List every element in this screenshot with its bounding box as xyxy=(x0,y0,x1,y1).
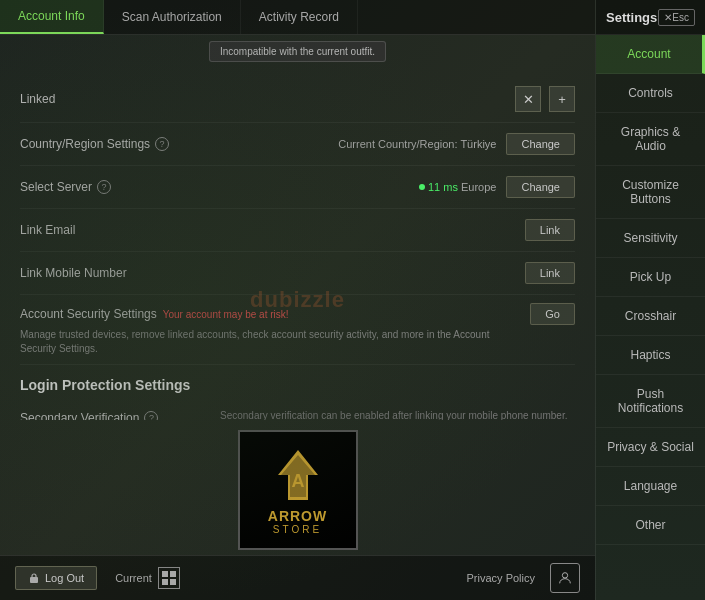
country-value: Current Country/Region: Türkiye Change xyxy=(220,133,575,155)
server-row: Select Server ? 11 ms Europe Change xyxy=(20,166,575,209)
server-value: 11 ms Europe Change xyxy=(220,176,575,198)
sidebar-item-pickup[interactable]: Pick Up xyxy=(596,258,705,297)
arrow-text-sub: STORE xyxy=(268,524,327,535)
sidebar-header: Settings ✕Esc xyxy=(596,0,705,35)
sidebar-item-push-notifications[interactable]: Push Notifications xyxy=(596,375,705,428)
security-go-btn[interactable]: Go xyxy=(530,303,575,325)
linked-label: Linked xyxy=(20,92,220,106)
country-label: Country/Region Settings ? xyxy=(20,137,220,151)
secondary-help-icon[interactable]: ? xyxy=(144,411,158,420)
arrow-store-text: Arrow STORE xyxy=(268,508,327,535)
email-value: Link xyxy=(220,219,575,241)
current-text: Current xyxy=(115,567,180,589)
linked-value: ✕ + xyxy=(220,86,575,112)
mobile-value: Link xyxy=(220,262,575,284)
arrow-store-logo: A Arrow STORE xyxy=(238,430,358,550)
privacy-policy-link[interactable]: Privacy Policy xyxy=(467,572,535,584)
svg-rect-3 xyxy=(30,577,38,583)
sidebar-title: Settings xyxy=(606,10,657,25)
country-row: Country/Region Settings ? Current Countr… xyxy=(20,123,575,166)
arrow-icon: A xyxy=(268,445,328,505)
country-change-btn[interactable]: Change xyxy=(506,133,575,155)
tab-scan-auth[interactable]: Scan Authorization xyxy=(104,0,241,34)
footer-right: Privacy Policy xyxy=(467,563,580,593)
sidebar-item-graphics[interactable]: Graphics & Audio xyxy=(596,113,705,166)
qr-icon[interactable] xyxy=(158,567,180,589)
alert-banner: Incompatible with the current outfit. xyxy=(209,41,386,62)
sidebar-item-customize[interactable]: Customize Buttons xyxy=(596,166,705,219)
secondary-label: Secondary Verification ? xyxy=(20,409,220,420)
secondary-verification-row: Secondary Verification ? Secondary verif… xyxy=(20,401,575,420)
tab-activity-record[interactable]: Activity Record xyxy=(241,0,358,34)
lock-icon xyxy=(28,572,40,584)
sidebar-item-haptics[interactable]: Haptics xyxy=(596,336,705,375)
security-desc: Manage trusted devices, remove linked ac… xyxy=(20,328,500,356)
mobile-row: Link Mobile Number Link xyxy=(20,252,575,295)
mobile-label: Link Mobile Number xyxy=(20,266,220,280)
tab-account-info[interactable]: Account Info xyxy=(0,0,104,34)
customer-service-btn[interactable] xyxy=(550,563,580,593)
server-help-icon[interactable]: ? xyxy=(97,180,111,194)
mobile-link-btn[interactable]: Link xyxy=(525,262,575,284)
content-area: Account Info Scan Authorization Activity… xyxy=(0,0,595,600)
arrow-text-main: Arrow xyxy=(268,508,327,524)
sidebar-item-controls[interactable]: Controls xyxy=(596,74,705,113)
country-help-icon[interactable]: ? xyxy=(155,137,169,151)
plus-icon-btn[interactable]: + xyxy=(549,86,575,112)
server-change-btn[interactable]: Change xyxy=(506,176,575,198)
linked-icons: ✕ + xyxy=(515,86,575,112)
security-warning: Your account may be at risk! xyxy=(163,309,289,320)
esc-btn[interactable]: ✕Esc xyxy=(658,9,695,26)
sidebar-item-sensitivity[interactable]: Sensitivity xyxy=(596,219,705,258)
logout-btn[interactable]: Log Out xyxy=(15,566,97,590)
logo-area: A Arrow STORE xyxy=(0,420,595,555)
main-container: Account Info Scan Authorization Activity… xyxy=(0,0,705,600)
linked-row: Linked ✕ + xyxy=(20,76,575,123)
server-dot xyxy=(419,184,425,190)
security-row-top: Account Security Settings Your account m… xyxy=(20,303,575,325)
svg-text:A: A xyxy=(291,471,304,491)
login-protection-heading: Login Protection Settings xyxy=(20,365,575,401)
server-label: Select Server ? xyxy=(20,180,220,194)
bottom-bar: Log Out Current Privacy Policy xyxy=(0,555,595,600)
sidebar-item-language[interactable]: Language xyxy=(596,467,705,506)
security-label: Account Security Settings Your account m… xyxy=(20,307,289,321)
tab-bar: Account Info Scan Authorization Activity… xyxy=(0,0,595,35)
security-row: Account Security Settings Your account m… xyxy=(20,295,575,365)
customer-service-icon xyxy=(557,570,573,586)
sidebar-item-other[interactable]: Other xyxy=(596,506,705,545)
email-label: Link Email xyxy=(20,223,220,237)
svg-point-4 xyxy=(562,573,567,578)
sidebar-item-privacy[interactable]: Privacy & Social xyxy=(596,428,705,467)
server-status: 11 ms Europe xyxy=(419,181,496,193)
right-sidebar: Settings ✕Esc Account Controls Graphics … xyxy=(595,0,705,600)
email-row: Link Email Link xyxy=(20,209,575,252)
sidebar-item-crosshair[interactable]: Crosshair xyxy=(596,297,705,336)
secondary-desc: Secondary verification can be enabled af… xyxy=(220,409,575,420)
settings-content: Linked ✕ + Country/Region Settings ? Cur… xyxy=(0,68,595,420)
sidebar-item-account[interactable]: Account xyxy=(596,35,705,74)
email-link-btn[interactable]: Link xyxy=(525,219,575,241)
x-icon-btn[interactable]: ✕ xyxy=(515,86,541,112)
